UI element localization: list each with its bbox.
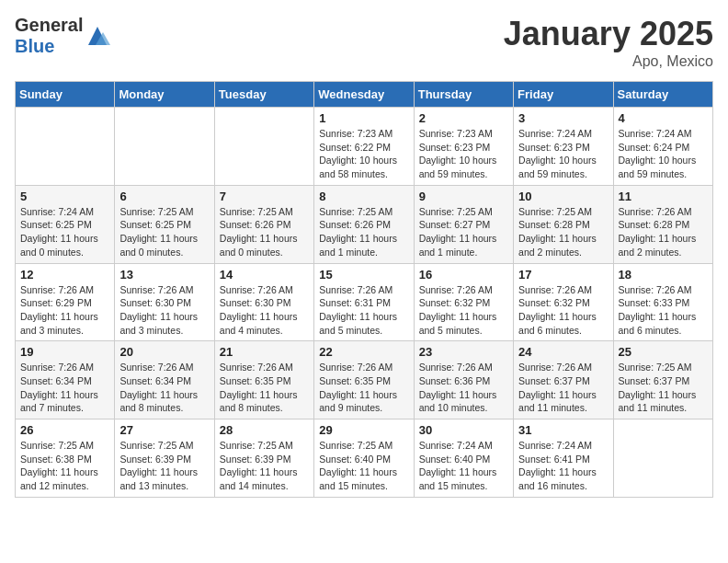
day-number: 27 <box>119 423 209 437</box>
cell-1-2: 7Sunrise: 7:25 AM Sunset: 6:26 PM Daylig… <box>214 185 313 263</box>
cell-4-3: 29Sunrise: 7:25 AM Sunset: 6:40 PM Dayli… <box>314 419 414 498</box>
logo-general: General <box>15 15 83 35</box>
cell-1-4: 9Sunrise: 7:25 AM Sunset: 6:27 PM Daylig… <box>414 185 513 263</box>
day-info: Sunrise: 7:26 AM Sunset: 6:35 PM Dayligh… <box>220 361 309 415</box>
day-number: 18 <box>619 268 708 282</box>
day-info: Sunrise: 7:24 AM Sunset: 6:23 PM Dayligh… <box>518 127 608 181</box>
week-row-0: 1Sunrise: 7:23 AM Sunset: 6:22 PM Daylig… <box>16 108 713 186</box>
day-number: 12 <box>20 268 109 282</box>
day-number: 2 <box>419 111 508 125</box>
cell-4-1: 27Sunrise: 7:25 AM Sunset: 6:39 PM Dayli… <box>115 419 214 498</box>
cell-0-5: 3Sunrise: 7:24 AM Sunset: 6:23 PM Daylig… <box>514 108 613 186</box>
day-number: 31 <box>518 423 608 437</box>
cell-3-4: 23Sunrise: 7:26 AM Sunset: 6:36 PM Dayli… <box>414 341 513 419</box>
page-header: General Blue January 2025 Apo, Mexico <box>15 15 713 70</box>
day-info: Sunrise: 7:25 AM Sunset: 6:26 PM Dayligh… <box>319 205 408 259</box>
cell-0-0 <box>16 108 115 186</box>
header-saturday: Saturday <box>613 82 712 108</box>
day-info: Sunrise: 7:24 AM Sunset: 6:24 PM Dayligh… <box>619 127 708 181</box>
cell-0-1 <box>115 108 214 186</box>
day-info: Sunrise: 7:26 AM Sunset: 6:33 PM Dayligh… <box>619 283 708 338</box>
day-number: 8 <box>319 190 408 203</box>
cell-2-1: 13Sunrise: 7:26 AM Sunset: 6:30 PM Dayli… <box>115 263 214 341</box>
cell-2-0: 12Sunrise: 7:26 AM Sunset: 6:29 PM Dayli… <box>16 263 115 341</box>
day-number: 19 <box>20 345 109 359</box>
day-number: 23 <box>419 345 508 359</box>
logo-text: General Blue <box>15 15 83 57</box>
cell-2-2: 14Sunrise: 7:26 AM Sunset: 6:30 PM Dayli… <box>214 263 313 341</box>
logo: General Blue <box>15 15 110 57</box>
day-info: Sunrise: 7:23 AM Sunset: 6:23 PM Dayligh… <box>419 127 508 181</box>
day-number: 5 <box>20 190 109 203</box>
day-info: Sunrise: 7:25 AM Sunset: 6:25 PM Dayligh… <box>119 205 209 259</box>
day-number: 21 <box>220 345 309 359</box>
cell-2-5: 17Sunrise: 7:26 AM Sunset: 6:32 PM Dayli… <box>514 263 613 341</box>
cell-2-6: 18Sunrise: 7:26 AM Sunset: 6:33 PM Dayli… <box>613 263 712 341</box>
cell-0-4: 2Sunrise: 7:23 AM Sunset: 6:23 PM Daylig… <box>414 108 513 186</box>
day-number: 25 <box>619 345 708 359</box>
day-info: Sunrise: 7:26 AM Sunset: 6:32 PM Dayligh… <box>518 283 608 338</box>
day-number: 28 <box>220 423 309 437</box>
cell-1-5: 10Sunrise: 7:25 AM Sunset: 6:28 PM Dayli… <box>514 185 613 263</box>
header-tuesday: Tuesday <box>214 82 313 108</box>
day-number: 22 <box>319 345 408 359</box>
header-sunday: Sunday <box>16 82 115 108</box>
calendar-table: Sunday Monday Tuesday Wednesday Thursday… <box>15 81 713 498</box>
week-row-2: 12Sunrise: 7:26 AM Sunset: 6:29 PM Dayli… <box>16 263 713 341</box>
day-info: Sunrise: 7:26 AM Sunset: 6:34 PM Dayligh… <box>119 361 209 415</box>
header-wednesday: Wednesday <box>314 82 414 108</box>
cell-3-2: 21Sunrise: 7:26 AM Sunset: 6:35 PM Dayli… <box>214 341 313 419</box>
day-number: 16 <box>419 268 508 282</box>
day-info: Sunrise: 7:26 AM Sunset: 6:28 PM Dayligh… <box>619 205 708 259</box>
day-info: Sunrise: 7:23 AM Sunset: 6:22 PM Dayligh… <box>319 127 408 181</box>
day-number: 6 <box>119 190 209 203</box>
cell-4-0: 26Sunrise: 7:25 AM Sunset: 6:38 PM Dayli… <box>16 419 115 498</box>
cell-0-3: 1Sunrise: 7:23 AM Sunset: 6:22 PM Daylig… <box>314 108 414 186</box>
day-info: Sunrise: 7:26 AM Sunset: 6:31 PM Dayligh… <box>319 283 408 338</box>
day-info: Sunrise: 7:24 AM Sunset: 6:25 PM Dayligh… <box>20 205 109 259</box>
cell-2-3: 15Sunrise: 7:26 AM Sunset: 6:31 PM Dayli… <box>314 263 414 341</box>
day-number: 13 <box>119 268 209 282</box>
cell-1-6: 11Sunrise: 7:26 AM Sunset: 6:28 PM Dayli… <box>613 185 712 263</box>
day-info: Sunrise: 7:26 AM Sunset: 6:36 PM Dayligh… <box>419 361 508 415</box>
day-number: 1 <box>319 111 408 125</box>
header-monday: Monday <box>115 82 214 108</box>
cell-3-6: 25Sunrise: 7:25 AM Sunset: 6:37 PM Dayli… <box>613 341 712 419</box>
day-info: Sunrise: 7:24 AM Sunset: 6:40 PM Dayligh… <box>419 439 508 493</box>
day-info: Sunrise: 7:25 AM Sunset: 6:39 PM Dayligh… <box>119 439 209 493</box>
cell-1-0: 5Sunrise: 7:24 AM Sunset: 6:25 PM Daylig… <box>16 185 115 263</box>
day-number: 11 <box>619 190 708 203</box>
cell-3-0: 19Sunrise: 7:26 AM Sunset: 6:34 PM Dayli… <box>16 341 115 419</box>
cell-1-1: 6Sunrise: 7:25 AM Sunset: 6:25 PM Daylig… <box>115 185 214 263</box>
day-info: Sunrise: 7:25 AM Sunset: 6:26 PM Dayligh… <box>220 205 309 259</box>
day-number: 14 <box>220 268 309 282</box>
day-info: Sunrise: 7:25 AM Sunset: 6:27 PM Dayligh… <box>419 205 508 259</box>
day-info: Sunrise: 7:26 AM Sunset: 6:29 PM Dayligh… <box>20 283 109 338</box>
cell-4-5: 31Sunrise: 7:24 AM Sunset: 6:41 PM Dayli… <box>514 419 613 498</box>
calendar-header-row: Sunday Monday Tuesday Wednesday Thursday… <box>16 82 713 108</box>
day-number: 4 <box>619 111 708 125</box>
header-thursday: Thursday <box>414 82 513 108</box>
day-info: Sunrise: 7:25 AM Sunset: 6:37 PM Dayligh… <box>619 361 708 415</box>
week-row-1: 5Sunrise: 7:24 AM Sunset: 6:25 PM Daylig… <box>16 185 713 263</box>
week-row-3: 19Sunrise: 7:26 AM Sunset: 6:34 PM Dayli… <box>16 341 713 419</box>
title-block: January 2025 Apo, Mexico <box>504 15 713 70</box>
day-info: Sunrise: 7:26 AM Sunset: 6:30 PM Dayligh… <box>220 283 309 338</box>
day-info: Sunrise: 7:26 AM Sunset: 6:30 PM Dayligh… <box>119 283 209 338</box>
day-info: Sunrise: 7:26 AM Sunset: 6:35 PM Dayligh… <box>319 361 408 415</box>
cell-0-2 <box>214 108 313 186</box>
month-title: January 2025 <box>504 15 713 53</box>
week-row-4: 26Sunrise: 7:25 AM Sunset: 6:38 PM Dayli… <box>16 419 713 498</box>
cell-4-6 <box>613 419 712 498</box>
day-number: 17 <box>518 268 608 282</box>
cell-4-4: 30Sunrise: 7:24 AM Sunset: 6:40 PM Dayli… <box>414 419 513 498</box>
day-number: 29 <box>319 423 408 437</box>
day-info: Sunrise: 7:25 AM Sunset: 6:28 PM Dayligh… <box>518 205 608 259</box>
cell-3-1: 20Sunrise: 7:26 AM Sunset: 6:34 PM Dayli… <box>115 341 214 419</box>
day-info: Sunrise: 7:25 AM Sunset: 6:40 PM Dayligh… <box>319 439 408 493</box>
day-number: 7 <box>220 190 309 203</box>
cell-0-6: 4Sunrise: 7:24 AM Sunset: 6:24 PM Daylig… <box>613 108 712 186</box>
day-number: 30 <box>419 423 508 437</box>
cell-3-5: 24Sunrise: 7:26 AM Sunset: 6:37 PM Dayli… <box>514 341 613 419</box>
cell-4-2: 28Sunrise: 7:25 AM Sunset: 6:39 PM Dayli… <box>214 419 313 498</box>
